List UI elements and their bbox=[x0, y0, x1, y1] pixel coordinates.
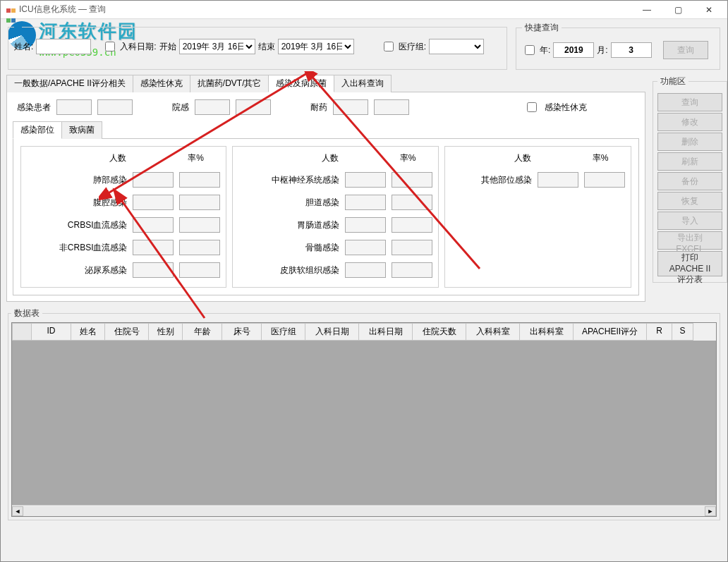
col-age[interactable]: 年龄 bbox=[183, 323, 222, 341]
septic-shock-label: 感染性休克 bbox=[545, 102, 587, 114]
biliary-label: 胆道感染 bbox=[238, 197, 339, 209]
name-input[interactable] bbox=[36, 39, 91, 54]
septic-shock-checkbox[interactable] bbox=[527, 102, 537, 112]
main-tabs: 一般数据/APACHE II评分相关 感染性休克 抗菌药/DVT/其它 感染及病… bbox=[6, 74, 645, 302]
end-date-select[interactable]: 2019年 3月 16日▾ bbox=[278, 39, 354, 54]
med-group-select[interactable] bbox=[429, 39, 484, 54]
lung-rate bbox=[179, 172, 220, 188]
month-input[interactable] bbox=[611, 42, 652, 58]
col-name[interactable]: 姓名 bbox=[71, 323, 105, 341]
col-header-rate: 率% bbox=[178, 152, 213, 164]
cns-label: 中枢神经系统感染 bbox=[238, 174, 339, 186]
col-outdept[interactable]: 出科科室 bbox=[520, 323, 574, 341]
quick-query-group: 快捷查询 年: 月: 查询 bbox=[516, 22, 720, 70]
col-r[interactable]: R bbox=[647, 323, 672, 341]
lung-count bbox=[133, 172, 174, 188]
tab-pathogen[interactable]: 致病菌 bbox=[61, 121, 102, 139]
quick-query-button[interactable]: 查询 bbox=[663, 41, 708, 59]
bone-rate bbox=[392, 240, 432, 255]
urinary-label: 泌尿系感染 bbox=[27, 264, 127, 276]
year-input[interactable] bbox=[553, 42, 594, 58]
app-icon bbox=[6, 5, 16, 15]
tab-infection-site[interactable]: 感染部位 bbox=[13, 121, 62, 139]
hosp-inf-rate bbox=[236, 99, 271, 115]
btn-print[interactable]: 打印APACHE II评分表 bbox=[657, 251, 722, 276]
non-crbsi-count bbox=[133, 240, 174, 255]
crbsi-rate bbox=[179, 217, 220, 233]
tab-antibiotics[interactable]: 抗菌药/DVT/其它 bbox=[190, 75, 269, 92]
other-site-label: 其他部位感染 bbox=[451, 174, 532, 186]
conditions-group: . 姓名: 入科日期: 开始 2019年 3月 16日▾ 结束 2019年 3月… bbox=[8, 22, 507, 70]
col-indept[interactable]: 入科科室 bbox=[466, 323, 520, 341]
end-label: 结束 bbox=[258, 41, 275, 53]
cns-rate bbox=[392, 172, 432, 188]
btn-refresh[interactable]: 刷新 bbox=[657, 152, 722, 171]
col-id[interactable]: ID bbox=[32, 323, 71, 341]
quick-query-legend: 快捷查询 bbox=[522, 22, 562, 34]
year-checkbox[interactable] bbox=[525, 45, 535, 55]
titlebar: ICU信息化系统 — 查询 — ▢ ✕ bbox=[1, 1, 727, 19]
patients-label: 感染患者 bbox=[17, 102, 51, 114]
other-count bbox=[538, 172, 578, 188]
resist-rate bbox=[374, 99, 409, 115]
abdomen-rate bbox=[179, 195, 220, 210]
col-header-count: 人数 bbox=[313, 152, 348, 164]
sub-tabs: 感染部位 致病菌 人数率% 肺部感染 腹腔感染 CRBSI血流感染 非CRBSI… bbox=[13, 121, 639, 295]
bone-count bbox=[345, 240, 386, 255]
urinary-count bbox=[133, 262, 174, 278]
col-header-count: 人数 bbox=[100, 152, 135, 164]
urinary-rate bbox=[179, 262, 220, 278]
med-group-label: 医疗组: bbox=[399, 41, 426, 53]
patients-count bbox=[56, 99, 92, 115]
btn-export[interactable]: 导出到EXCEL bbox=[657, 231, 722, 250]
scroll-left-icon[interactable]: ◄ bbox=[12, 506, 23, 516]
name-label: 姓名: bbox=[14, 41, 33, 53]
minimize-button[interactable]: — bbox=[631, 1, 662, 18]
tab-general[interactable]: 一般数据/APACHE II评分相关 bbox=[6, 75, 133, 92]
gi-label: 胃肠道感染 bbox=[238, 219, 339, 231]
lung-label: 肺部感染 bbox=[27, 174, 127, 186]
infection-panel: 感染患者 院感 耐药 感染性休克 bbox=[6, 92, 645, 302]
site-col-3: 人数率% 其他部位感染 bbox=[444, 146, 631, 288]
skin-label: 皮肤软组织感染 bbox=[238, 264, 339, 276]
col-med[interactable]: 医疗组 bbox=[262, 323, 305, 341]
start-date-select[interactable]: 2019年 3月 16日▾ bbox=[179, 39, 255, 54]
btn-restore[interactable]: 恢复 bbox=[657, 192, 722, 210]
btn-modify[interactable]: 修改 bbox=[657, 113, 722, 131]
col-inno[interactable]: 住院号 bbox=[105, 323, 149, 341]
col-days[interactable]: 住院天数 bbox=[413, 323, 466, 341]
med-group-checkbox[interactable] bbox=[384, 42, 394, 51]
btn-query[interactable]: 查询 bbox=[657, 93, 722, 111]
col-apache[interactable]: APACHEII评分 bbox=[574, 323, 647, 341]
col-header-rate: 率% bbox=[583, 152, 618, 164]
abdomen-label: 腹腔感染 bbox=[27, 197, 127, 209]
btn-import[interactable]: 导入 bbox=[657, 212, 722, 230]
tab-admission[interactable]: 入出科查询 bbox=[334, 75, 392, 92]
btn-backup[interactable]: 备份 bbox=[657, 172, 722, 190]
col-indate[interactable]: 入科日期 bbox=[305, 323, 359, 341]
row-selector-header bbox=[12, 323, 32, 341]
patients-rate bbox=[97, 99, 133, 115]
tab-septic-shock[interactable]: 感染性休克 bbox=[133, 75, 190, 92]
col-outdate[interactable]: 出科日期 bbox=[359, 323, 413, 341]
data-grid[interactable]: ID 姓名 住院号 性别 年龄 床号 医疗组 入科日期 出科日期 住院天数 入科… bbox=[11, 322, 717, 517]
admit-date-checkbox[interactable] bbox=[105, 42, 115, 51]
biliary-count bbox=[345, 195, 386, 210]
col-sex[interactable]: 性别 bbox=[149, 323, 183, 341]
skin-count bbox=[345, 262, 386, 278]
close-button[interactable]: ✕ bbox=[693, 1, 724, 18]
data-area: 数据表 ID 姓名 住院号 性别 年龄 床号 医疗组 入科日期 出科日期 住院天… bbox=[6, 307, 722, 520]
col-s[interactable]: S bbox=[672, 323, 693, 341]
tab-infection[interactable]: 感染及病原菌 bbox=[268, 75, 334, 92]
admit-date-label: 入科日期: bbox=[120, 41, 156, 53]
data-legend: 数据表 bbox=[11, 307, 42, 319]
year-label: 年: bbox=[540, 44, 550, 56]
col-bed[interactable]: 床号 bbox=[222, 323, 262, 341]
btn-delete[interactable]: 删除 bbox=[657, 133, 722, 151]
function-legend: 功能区 bbox=[657, 75, 688, 87]
horizontal-scrollbar[interactable]: ◄ ► bbox=[12, 505, 716, 516]
non-crbsi-rate bbox=[179, 240, 220, 255]
scroll-right-icon[interactable]: ► bbox=[705, 506, 716, 516]
skin-rate bbox=[392, 262, 432, 278]
maximize-button[interactable]: ▢ bbox=[662, 1, 693, 18]
